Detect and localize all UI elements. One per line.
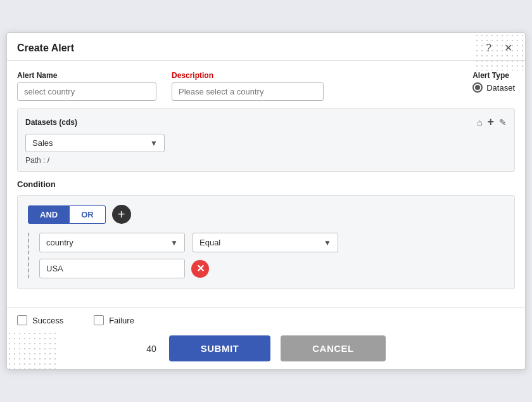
alert-name-input[interactable] [17, 82, 156, 101]
condition-rules: country ▼ Equal ▼ ✕ [28, 233, 504, 278]
cancel-button[interactable]: CANCEL [281, 335, 386, 361]
condition-value-input[interactable] [39, 259, 185, 278]
add-icon: + [118, 208, 125, 221]
failure-checkbox-item[interactable]: Failure [94, 315, 134, 325]
close-button[interactable]: ✕ [502, 41, 515, 55]
dialog-header: Create Alert ? ✕ [7, 33, 525, 61]
description-group: Description [172, 71, 324, 101]
create-alert-dialog: Create Alert ? ✕ Alert Name Description … [6, 32, 526, 370]
description-input[interactable] [172, 82, 324, 101]
path-label: Path : [25, 156, 45, 165]
action-row: 40 SUBMIT CANCEL [17, 335, 515, 361]
or-button[interactable]: OR [70, 205, 106, 224]
count-label: 40 [146, 344, 156, 354]
footer-section: Success Failure 40 SUBMIT CANCEL [7, 307, 525, 369]
path-value: / [48, 156, 49, 165]
failure-checkbox[interactable] [94, 315, 104, 325]
alert-name-label: Alert Name [17, 71, 156, 80]
field-dropdown[interactable]: country ▼ [39, 233, 185, 252]
failure-label: Failure [109, 316, 134, 325]
add-dataset-icon[interactable]: + [487, 115, 494, 129]
success-checkbox[interactable] [17, 315, 27, 325]
success-checkbox-item[interactable]: Success [17, 315, 63, 325]
remove-condition-button[interactable]: ✕ [191, 260, 209, 278]
condition-toggle-row: AND OR + [28, 205, 504, 224]
datasets-section: Datasets (cds) ⌂ + ✎ Sales ▼ Path : / [17, 108, 515, 172]
condition-field-row: country ▼ Equal ▼ [39, 233, 504, 252]
operator-chevron-icon: ▼ [324, 238, 331, 247]
datasets-selected-value: Sales [32, 138, 53, 148]
home-icon[interactable]: ⌂ [477, 117, 482, 127]
condition-value-row: ✕ [39, 259, 504, 278]
top-form-row: Alert Name Description Alert Type Datase… [17, 71, 515, 101]
header-icons: ? ✕ [483, 41, 515, 55]
path-row: Path : / [25, 156, 507, 165]
condition-label: Condition [17, 179, 515, 189]
operator-dropdown[interactable]: Equal ▼ [193, 233, 338, 252]
datasets-dropdown[interactable]: Sales ▼ [25, 134, 165, 152]
operator-selected-value: Equal [200, 238, 220, 247]
dataset-radio-icon [472, 82, 483, 93]
datasets-chevron-icon: ▼ [150, 139, 158, 148]
alert-name-group: Alert Name [17, 71, 156, 101]
remove-icon: ✕ [196, 263, 205, 275]
datasets-header: Datasets (cds) ⌂ + ✎ [25, 115, 507, 129]
description-label: Description [172, 71, 324, 80]
and-button[interactable]: AND [28, 205, 70, 224]
success-label: Success [32, 316, 63, 325]
alert-type-label: Alert Type [472, 71, 515, 80]
help-button[interactable]: ? [483, 41, 494, 55]
field-chevron-icon: ▼ [170, 238, 178, 247]
submit-button[interactable]: SUBMIT [169, 335, 271, 361]
alert-type-group: Alert Type Dataset [472, 71, 515, 93]
dataset-radio-row[interactable]: Dataset [472, 82, 515, 93]
checkbox-row: Success Failure [17, 315, 515, 325]
dataset-radio-label: Dataset [486, 83, 515, 93]
datasets-title: Datasets (cds) [25, 118, 77, 127]
edit-dataset-icon[interactable]: ✎ [499, 117, 507, 127]
dialog-title: Create Alert [17, 42, 74, 54]
radio-inner [475, 85, 480, 90]
dialog-body: Alert Name Description Alert Type Datase… [7, 61, 525, 307]
condition-section: Condition AND OR + country ▼ [17, 179, 515, 289]
condition-body: AND OR + country ▼ Equal ▼ [17, 195, 515, 289]
field-selected-value: country [46, 238, 73, 247]
add-condition-button[interactable]: + [112, 205, 131, 224]
datasets-icons: ⌂ + ✎ [477, 115, 507, 129]
